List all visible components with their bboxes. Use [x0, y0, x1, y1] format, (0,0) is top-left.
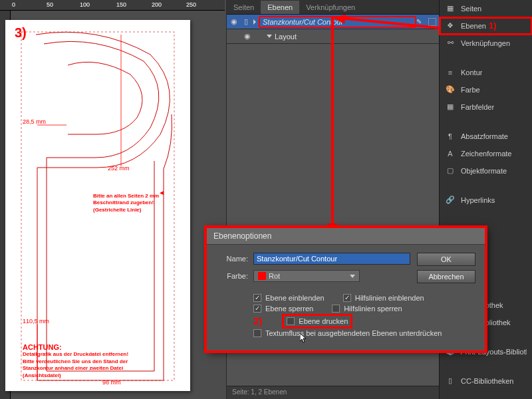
cc-icon: ▯ [445, 376, 456, 386]
links-icon: ⚯ [445, 38, 456, 49]
swatch-icon: ▦ [445, 102, 456, 112]
checkbox-lock-layer[interactable]: ✓Ebene sperren [253, 305, 313, 313]
pages-icon: ▦ [445, 3, 456, 14]
stroke-icon: ≡ [445, 67, 456, 78]
document-page[interactable]: 3) 28,5 mm 252 mm 110,5 mm 98 mm ◄ Bitte… [5, 20, 190, 391]
warning-text: Detailgrafik aus der Druckdatei entferne… [23, 351, 156, 379]
para-icon: ¶ [445, 131, 456, 142]
sidebar-item-hyperlinks[interactable]: 🔗Hyperlinks [440, 192, 532, 209]
sidebar-item-verknuepfungen[interactable]: ⚯Verknüpfungen [440, 35, 532, 52]
layer-row-cutcontour[interactable]: ◉ ▯ Stanzkontur/Cut Contour ✎ [227, 15, 439, 29]
layer-row-layout[interactable]: ◉ Layout [227, 29, 439, 44]
name-input[interactable] [253, 253, 410, 265]
tab-verknuepfungen[interactable]: Verknüpfungen [299, 1, 362, 14]
checkbox-suppress-textwrap[interactable]: Textumfluss bei ausgeblendeten Ebenen un… [253, 329, 442, 337]
obj-icon: ▢ [445, 166, 456, 176]
dimension-1: 28,5 mm [23, 118, 46, 125]
canvas-area: 0 50 100 150 200 250 3) 28,5 mm 252 mm 1… [0, 0, 226, 399]
tab-ebenen[interactable]: Ebenen [261, 1, 299, 14]
checkbox-show-guides[interactable]: ✓Hilfslinien einblenden [343, 294, 424, 302]
expand-icon[interactable] [253, 19, 256, 25]
sidebar-item-zeichenformate[interactable]: AZeichenformate [440, 145, 532, 162]
sidebar-item-absatzformate[interactable]: ¶Absatzformate [440, 128, 532, 145]
dimension-3: 110,5 mm [23, 318, 49, 325]
pen-icon: ✎ [416, 18, 426, 25]
color-swatch [258, 272, 266, 280]
chevron-down-icon [350, 275, 355, 278]
sidebar-item-cc-bibliotheken[interactable]: ▯CC-Bibliotheken [440, 372, 532, 390]
annotation-step1: 1) [489, 21, 497, 31]
sidebar-item-kontur[interactable]: ≡Kontur [440, 64, 532, 81]
panel-tabs: Seiten Ebenen Verknüpfungen [227, 0, 439, 15]
marker: ◄ [158, 189, 165, 196]
cancel-button[interactable]: Abbrechen [417, 270, 475, 283]
checkbox-show-layer[interactable]: ✓Ebene einblenden [253, 294, 325, 302]
visibility-icon[interactable]: ◉ [243, 32, 252, 41]
dimension-2: 252 mm [108, 165, 130, 172]
sidebar-item-ebenen[interactable]: ❖Ebenen1) [440, 17, 532, 35]
ruler-horizontal: 0 50 100 150 200 250 [0, 0, 225, 11]
sidebar-item-farbfelder[interactable]: ▦Farbfelder [440, 98, 532, 116]
color-icon: 🎨 [445, 84, 456, 95]
annotation-step2: 2) [253, 315, 262, 327]
layer-options-dialog: Ebenenoptionen Name: Farbe: Rot OK Abbre… [206, 227, 485, 351]
color-dropdown[interactable]: Rot [253, 270, 360, 282]
sidebar-item-objektformate[interactable]: ▢Objektformate [440, 162, 532, 180]
warning-title: ACHTUNG: [23, 343, 62, 351]
layer-name: Layout [275, 33, 439, 41]
tab-seiten[interactable]: Seiten [227, 1, 261, 14]
name-label: Name: [216, 255, 248, 263]
visibility-icon[interactable]: ◉ [229, 17, 239, 27]
dimension-4: 98 mm [102, 379, 121, 386]
layer-name: Stanzkontur/Cut Contour [259, 16, 416, 28]
link-icon: 🔗 [445, 195, 456, 205]
layers-icon: ❖ [445, 21, 456, 31]
char-icon: A [445, 148, 456, 159]
sidebar-item-farbe[interactable]: 🎨Farbe [440, 81, 532, 98]
expand-icon[interactable] [267, 35, 272, 38]
sidebar-item-seiten[interactable]: ▦Seiten [440, 0, 532, 17]
color-label: Farbe: [216, 272, 248, 280]
dialog-title: Ebenenoptionen [207, 228, 485, 245]
ok-button[interactable]: OK [417, 253, 475, 266]
layer-color-swatch [428, 18, 436, 26]
panel-footer: Seite: 1, 2 Ebenen [227, 386, 439, 399]
bleed-note: Bitte an allen Seiten 2 mm Beschnittrand… [93, 193, 159, 213]
checkbox-lock-guides[interactable]: Hilfslinien sperren [332, 305, 402, 313]
lock-icon[interactable]: ▯ [241, 17, 251, 27]
checkbox-print-layer[interactable]: Ebene drucken [285, 317, 350, 326]
